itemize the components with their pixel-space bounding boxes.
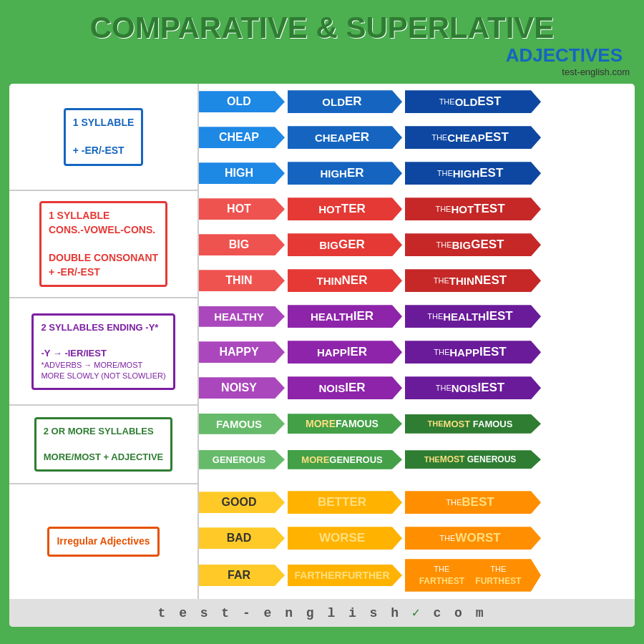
base-healthy: HEALTHY <box>199 306 285 327</box>
main-title: COMPARATIVE & SUPERLATIVE <box>7 11 637 44</box>
rule-double-cons: 1 SYLLABLE CONS.-VOWEL-CONS. DOUBLE CONS… <box>9 191 199 298</box>
comp-bad: WORSE <box>288 527 402 550</box>
sup-healthy: THE HEALTHIEST <box>405 305 541 328</box>
base-famous: FAMOUS <box>199 414 285 434</box>
rows-irregular: GOOD BETTER THE BEST BAD WORSE THE WORST… <box>199 484 635 599</box>
row-happy: HAPPY HAPPIER THE HAPPIEST <box>199 334 635 370</box>
base-noisy: NOISY <box>199 377 285 399</box>
row-famous: FAMOUS MORE FAMOUS THEMOST FAMOUS <box>199 406 635 441</box>
rows-2syl-y: HEALTHY HEALTHIER THE HEALTHIEST HAPPY H… <box>199 298 635 406</box>
row-noisy: NOISY NOISIER THE NOISIEST <box>199 370 635 406</box>
section-double-cons: 1 SYLLABLE CONS.-VOWEL-CONS. DOUBLE CONS… <box>9 191 635 298</box>
comp-hot: HOTTER <box>288 197 402 220</box>
section-one-syllable: 1 SYLLABLE + -ER/-EST OLD OLDER THE OLDE… <box>9 84 635 191</box>
row-far: FAR FARTHERFURTHER THE FARTHESTTHE FURTH… <box>199 556 635 595</box>
sup-good: THE BEST <box>405 491 541 514</box>
sup-generous: THEMOST GENEROUS <box>405 450 541 469</box>
rule-irregular: Irregular Adjectives <box>9 484 199 599</box>
rule-one-syllable: 1 SYLLABLE + -ER/-EST <box>9 84 199 191</box>
base-thin: THIN <box>199 270 285 291</box>
row-high: HIGH HIGHER THE HIGHEST <box>199 155 635 191</box>
comp-big: BIGGER <box>288 233 402 256</box>
section-irregular: Irregular Adjectives GOOD BETTER THE BES… <box>9 484 635 599</box>
row-bad: BAD WORSE THE WORST <box>199 520 635 556</box>
comp-generous: MORE GENEROUS <box>288 450 402 469</box>
rule-box-orange: Irregular Adjectives <box>47 527 159 557</box>
sup-bad: THE WORST <box>405 527 541 550</box>
sup-famous: THEMOST FAMOUS <box>405 414 541 434</box>
comp-high: HIGHER <box>288 162 402 185</box>
sup-big: THE BIGGEST <box>405 233 541 256</box>
row-hot: HOT HOTTER THE HOTTEST <box>199 191 635 227</box>
base-high: HIGH <box>199 162 285 184</box>
sup-high: THE HIGHEST <box>405 162 541 185</box>
comp-thin: THINNER <box>288 269 402 292</box>
comp-happy: HAPPIER <box>288 341 402 364</box>
main-card: 1 SYLLABLE + -ER/-EST OLD OLDER THE OLDE… <box>7 82 637 629</box>
base-big: BIG <box>199 234 285 255</box>
comp-healthy: HEALTHIER <box>288 305 402 328</box>
rule-box-blue: 1 SYLLABLE + -ER/-EST <box>64 108 144 166</box>
comp-famous: MORE FAMOUS <box>288 414 402 434</box>
row-old: OLD OLDER THE OLDEST <box>199 84 635 119</box>
section-2syl-y: 2 SYLLABLES ENDING -Y* -Y → -IER/IEST *A… <box>9 298 635 406</box>
page-container: COMPARATIVE & SUPERLATIVE ADJECTIVES tes… <box>0 0 644 644</box>
rows-one-syllable: OLD OLDER THE OLDEST CHEAP CHEAPER THE C… <box>199 84 635 191</box>
rule-box-purple: 2 SYLLABLES ENDING -Y* -Y → -IER/IEST *A… <box>31 313 175 390</box>
row-healthy: HEALTHY HEALTHIER THE HEALTHIEST <box>199 298 635 334</box>
rule-box-green: 2 OR MORE SYLLABLES MORE/MOST + ADJECTIV… <box>34 417 172 472</box>
base-good: GOOD <box>199 492 285 513</box>
sup-hot: THE HOTTEST <box>405 197 541 220</box>
section-more-most: 2 OR MORE SYLLABLES MORE/MOST + ADJECTIV… <box>9 406 635 484</box>
base-generous: GENEROUS <box>199 450 285 469</box>
sup-cheap: THE CHEAPEST <box>405 126 541 149</box>
row-good: GOOD BETTER THE BEST <box>199 484 635 520</box>
footer-text: t e s t - e n g l i s h ✓ c o m <box>158 606 487 620</box>
row-cheap: CHEAP CHEAPER THE CHEAPEST <box>199 119 635 155</box>
sup-old: THE OLDEST <box>405 90 541 113</box>
rule-more-most: 2 OR MORE SYLLABLES MORE/MOST + ADJECTIV… <box>9 406 199 484</box>
base-cheap: CHEAP <box>199 127 285 148</box>
sup-thin: THE THINNEST <box>405 269 541 292</box>
base-happy: HAPPY <box>199 341 285 363</box>
base-bad: BAD <box>199 527 285 549</box>
rows-more-most: FAMOUS MORE FAMOUS THEMOST FAMOUS GENERO… <box>199 406 635 484</box>
sup-far: THE FARTHESTTHE FURTHEST <box>405 559 541 592</box>
rows-double-cons: HOT HOTTER THE HOTTEST BIG BIGGER THE BI… <box>199 191 635 298</box>
rule-2syl-y: 2 SYLLABLES ENDING -Y* -Y → -IER/IEST *A… <box>9 298 199 406</box>
comp-noisy: NOISIER <box>288 376 402 399</box>
row-big: BIG BIGGER THE BIGGEST <box>199 227 635 263</box>
comp-good: BETTER <box>288 491 402 514</box>
subtitle: ADJECTIVES <box>7 44 637 67</box>
comp-cheap: CHEAPER <box>288 126 402 149</box>
base-old: OLD <box>199 91 285 112</box>
comp-far: FARTHERFURTHER <box>288 565 402 586</box>
footer: t e s t - e n g l i s h ✓ c o m <box>9 599 635 627</box>
website-label-top: test-english.com <box>7 67 637 77</box>
comp-old: OLDER <box>288 90 402 113</box>
rule-box-red: 1 SYLLABLE CONS.-VOWEL-CONS. DOUBLE CONS… <box>39 201 167 287</box>
sup-noisy: THE NOISIEST <box>405 376 541 399</box>
base-far: FAR <box>199 565 285 586</box>
sup-happy: THE HAPPIEST <box>405 341 541 364</box>
base-hot: HOT <box>199 198 285 220</box>
row-generous: GENEROUS MORE GENEROUS THEMOST GENEROUS <box>199 441 635 477</box>
title-area: COMPARATIVE & SUPERLATIVE ADJECTIVES tes… <box>7 7 637 82</box>
row-thin: THIN THINNER THE THINNEST <box>199 263 635 298</box>
